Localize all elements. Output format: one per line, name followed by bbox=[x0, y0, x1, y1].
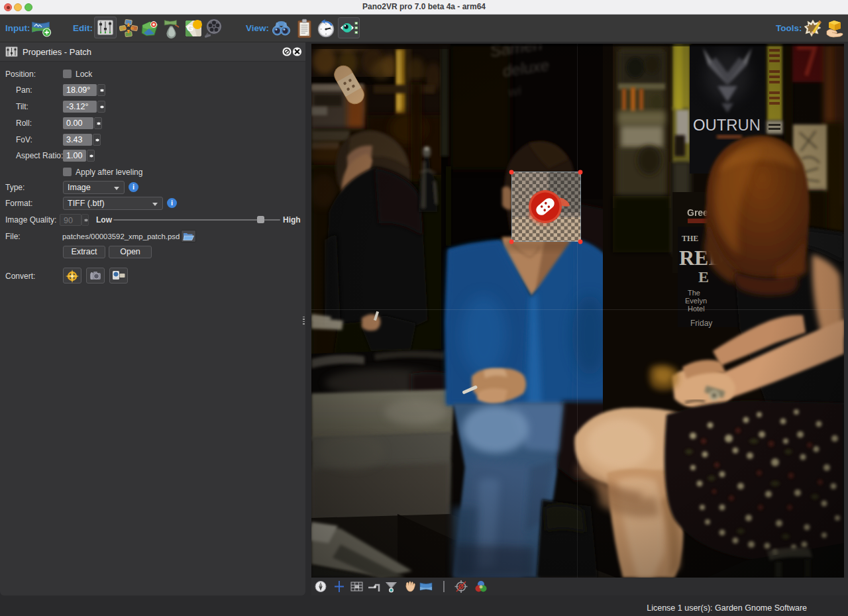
svg-text:G: G bbox=[187, 23, 193, 33]
